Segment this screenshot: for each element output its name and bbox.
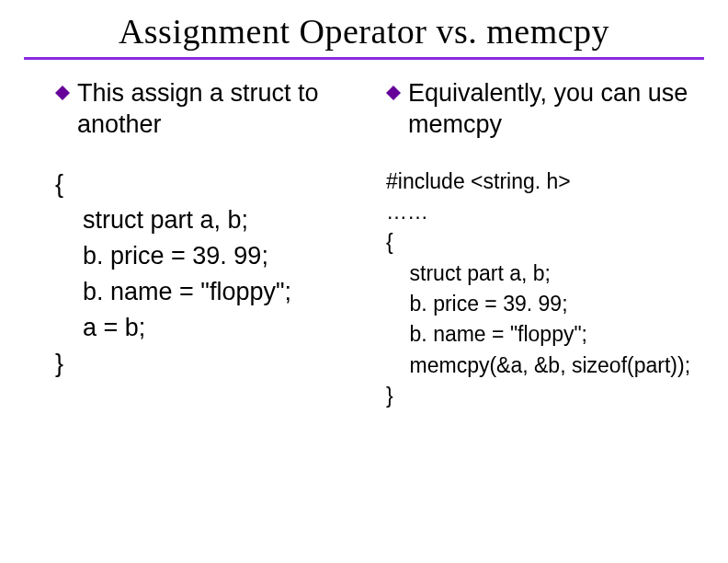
svg-marker-1 [386, 86, 401, 100]
left-bullet-row: This assign a struct to another [55, 78, 368, 141]
right-bullet-row: Equivalently, you can use memcpy [386, 78, 691, 141]
diamond-bullet-icon [386, 86, 401, 100]
right-column: Equivalently, you can use memcpy #includ… [386, 78, 691, 411]
right-bullet-text: Equivalently, you can use memcpy [408, 78, 691, 141]
diamond-bullet-icon [55, 86, 70, 100]
content-columns: This assign a struct to another { struct… [0, 60, 728, 411]
left-bullet-text: This assign a struct to another [77, 78, 368, 141]
right-code-block: #include <string. h> …… { struct part a,… [386, 167, 691, 412]
left-column: This assign a struct to another { struct… [55, 78, 368, 411]
slide-title: Assignment Operator vs. memcpy [0, 0, 728, 52]
left-code-block: { struct part a, b; b. price = 39. 99; b… [55, 167, 368, 383]
svg-marker-0 [55, 86, 70, 100]
